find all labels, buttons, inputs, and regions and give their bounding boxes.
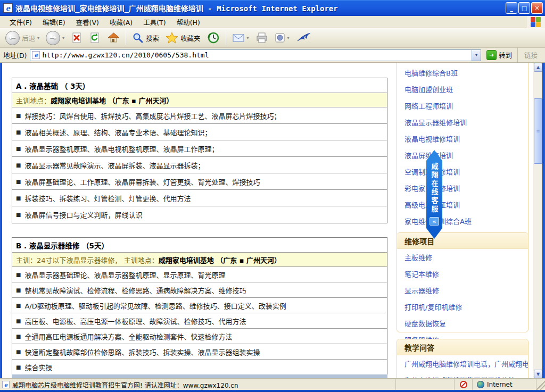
- star-icon: [166, 32, 178, 44]
- collapse-banner-icon[interactable]: «: [430, 217, 439, 226]
- address-label: 地址(D): [3, 50, 27, 60]
- sidebar-link-repair[interactable]: 主板维修: [397, 249, 528, 265]
- sidebar-link-course[interactable]: 家电维修培训综合A班: [397, 213, 528, 229]
- forward-button[interactable]: → ▾: [44, 30, 67, 46]
- sidebar-link-course[interactable]: 空调制冷维修培训: [397, 163, 528, 180]
- sidebar-link-repair[interactable]: 显示器维修: [397, 282, 528, 298]
- sidebar-link-repair[interactable]: 硬盘数据恢复: [397, 315, 528, 331]
- table-row: ■高压板、电源板、高压电源一体板原理、故障演试、检修技巧、代用方法: [12, 313, 387, 329]
- go-label: 转到: [499, 50, 512, 60]
- scroll-down-icon[interactable]: ▼: [534, 370, 542, 379]
- ie-app-icon: e: [3, 3, 13, 13]
- maximize-button[interactable]: □: [518, 2, 530, 14]
- menu-help[interactable]: 帮助(H): [171, 15, 205, 29]
- topic-text: 液晶显示器基础理论、液晶显示器整机原理、显示原理、背光原理: [24, 270, 225, 280]
- status-pane-empty: [396, 379, 455, 390]
- location-prefix: 主训：24寸以下液晶显示器维修， 主训地点：: [16, 255, 159, 265]
- sidebar-link-repair[interactable]: 笔记本维修: [397, 265, 528, 282]
- bullet-icon: ■: [16, 129, 21, 135]
- bullet-icon: ■: [16, 146, 21, 152]
- section-a-location-row: 主训地点： 威翔家电培训基地 （广东 ▪ 广州天河）: [12, 93, 387, 107]
- thunder-button[interactable]: [294, 30, 314, 45]
- table-row: ■快速断定整机故障部位检修思路、拆装技巧、拆装实操、液晶显示器组装实操: [12, 344, 387, 360]
- online-service-banner[interactable]: 威翔在线客服 «: [426, 150, 442, 239]
- topic-text: 液晶相关概述、原理、结构、液晶专业术语、基础理论知识；: [24, 127, 211, 137]
- resize-grip[interactable]: [536, 379, 545, 390]
- vertical-scrollbar[interactable]: ▲ ≡ ▼: [533, 63, 542, 379]
- menu-favorites[interactable]: 收藏(A): [104, 15, 138, 29]
- mail-button[interactable]: ▾: [230, 31, 251, 44]
- sidebar-link-course[interactable]: 电脑维修综合B班: [397, 64, 528, 81]
- media-dropdown-icon[interactable]: ▾: [287, 36, 290, 40]
- search-button[interactable]: 搜索: [130, 31, 161, 45]
- sidebar-repair-box: 维修项目 主板维修 笔记本维修 显示器维修 打印机/复印机维修 硬盘数据恢复 服…: [397, 232, 529, 332]
- media-button[interactable]: ▾: [272, 31, 292, 44]
- sidebar-link-qa[interactable]: 为什么选择威翔培训集团学习维修技: [397, 372, 528, 379]
- back-button[interactable]: ← 后退 ▾: [3, 30, 42, 46]
- bullet-icon: ■: [16, 333, 21, 339]
- bullet-icon: ■: [16, 212, 21, 218]
- bullet-icon: ■: [16, 364, 21, 370]
- address-field[interactable]: e http://www.gzwx120.cn/2010/0605/538.ht…: [30, 49, 481, 61]
- sidebar-link-course[interactable]: 电脑加盟创业班: [397, 81, 528, 97]
- links-toolbar-label[interactable]: 链接: [517, 48, 542, 62]
- sidebar-link-repair[interactable]: 打印机/复印机维修: [397, 298, 528, 315]
- table-row: ■液晶屏信号接口与定义判断，屏线认识: [12, 206, 387, 223]
- home-icon: [107, 32, 120, 44]
- sidebar-link-qa[interactable]: 广州威翔电脑维修培训电话，广州威翔电脑: [397, 355, 528, 372]
- stop-button[interactable]: [69, 31, 85, 45]
- back-icon: ←: [5, 31, 20, 45]
- table-row: ■液晶相关概述、原理、结构、液晶专业术语、基础理论知识；: [12, 124, 387, 140]
- print-icon: [255, 32, 268, 44]
- minimize-button[interactable]: _: [506, 2, 517, 14]
- back-dropdown-icon[interactable]: ▾: [37, 36, 39, 40]
- status-ie-icon: e: [2, 381, 10, 388]
- refresh-button[interactable]: [87, 31, 103, 45]
- sidebar-link-course[interactable]: 液晶电视维修培训: [397, 130, 528, 147]
- forward-dropdown-icon[interactable]: ▾: [62, 36, 64, 40]
- bullet-icon: ■: [16, 318, 21, 324]
- stop-icon: [71, 32, 82, 44]
- bullet-icon: ■: [16, 287, 21, 293]
- address-dropdown-icon[interactable]: ▾: [472, 50, 481, 61]
- table-row: ■全通用高压电源板通用解决方案、全能驱动检测套件、快速检修方法: [12, 329, 387, 344]
- sidebar-link-course[interactable]: 液晶显示器维修培训: [397, 114, 528, 130]
- location-main: 威翔家电培训基地 （广东 ▪ 广州天河）: [51, 95, 173, 105]
- menu-view[interactable]: 查看(V): [71, 15, 104, 29]
- course-table-a: A . 液晶基础 （ 3天） 主训地点： 威翔家电培训基地 （广东 ▪ 广州天河…: [12, 78, 387, 223]
- bullet-icon: ■: [16, 162, 21, 168]
- scrollbar-thumb[interactable]: ≡: [534, 98, 542, 164]
- topic-text: 高压板、电源板、高压电源一体板原理、故障演试、检修技巧、代用方法: [24, 316, 246, 326]
- sidebar-link-course[interactable]: 网络工程师培训: [397, 97, 528, 114]
- home-button[interactable]: [105, 31, 122, 45]
- history-button[interactable]: [205, 30, 222, 45]
- bullet-icon: ■: [16, 113, 21, 119]
- topic-text: 液晶屏信号接口与定义判断，屏线认识: [24, 210, 142, 220]
- table-row: ■焊接技巧：风焊台使用、拆焊技巧、高集成度芯片焊接工艺、液晶屏芯片焊接技巧；: [12, 107, 387, 124]
- banner-top-ribbon: [426, 150, 442, 161]
- scroll-up-icon[interactable]: ▲: [534, 63, 542, 72]
- title-bar: e 液晶电视维修培训_家电维修培训_广州威翔电脑维修培训 - Microsoft…: [0, 0, 545, 16]
- sidebar-link-course[interactable]: 高级电工考证培训: [397, 196, 528, 213]
- bullet-icon: ■: [16, 303, 21, 308]
- go-button[interactable]: ➜ 转到: [484, 50, 514, 60]
- address-input[interactable]: http://www.gzwx120.cn/2010/0605/538.html: [42, 51, 472, 59]
- status-bar: e 威翔电脑芯片级电脑维修培训教育招生官方网! 请认准网址：www.gzwx12…: [0, 379, 545, 390]
- sidebar-link-course[interactable]: 液晶屏维修培训: [397, 147, 528, 163]
- bullet-icon: ■: [16, 349, 21, 355]
- table-row: ■综合实操: [12, 360, 387, 375]
- footer-strip: [12, 374, 387, 379]
- page-ie-icon: e: [32, 51, 40, 59]
- menu-bar: 文件(F) 编辑(E) 查看(V) 收藏(A) 工具(T) 帮助(H): [0, 16, 545, 28]
- menu-tools[interactable]: 工具(T): [138, 15, 171, 29]
- menu-edit[interactable]: 编辑(E): [37, 15, 71, 29]
- favorites-button[interactable]: 收藏夹: [163, 31, 203, 45]
- address-bar: 地址(D) e http://www.gzwx120.cn/2010/0605/…: [0, 48, 545, 63]
- mail-dropdown-icon[interactable]: ▾: [247, 36, 249, 40]
- menu-file[interactable]: 文件(F): [4, 15, 37, 29]
- close-button[interactable]: ✕: [531, 2, 543, 14]
- sidebar-link-course[interactable]: 彩电家电维修培训: [397, 180, 528, 196]
- browser-viewport: A . 液晶基础 （ 3天） 主训地点： 威翔家电培训基地 （广东 ▪ 广州天河…: [0, 63, 545, 379]
- print-button[interactable]: [253, 31, 270, 45]
- location-main: 威翔家电培训基地 （广东 ▪ 广州天河）: [159, 255, 281, 265]
